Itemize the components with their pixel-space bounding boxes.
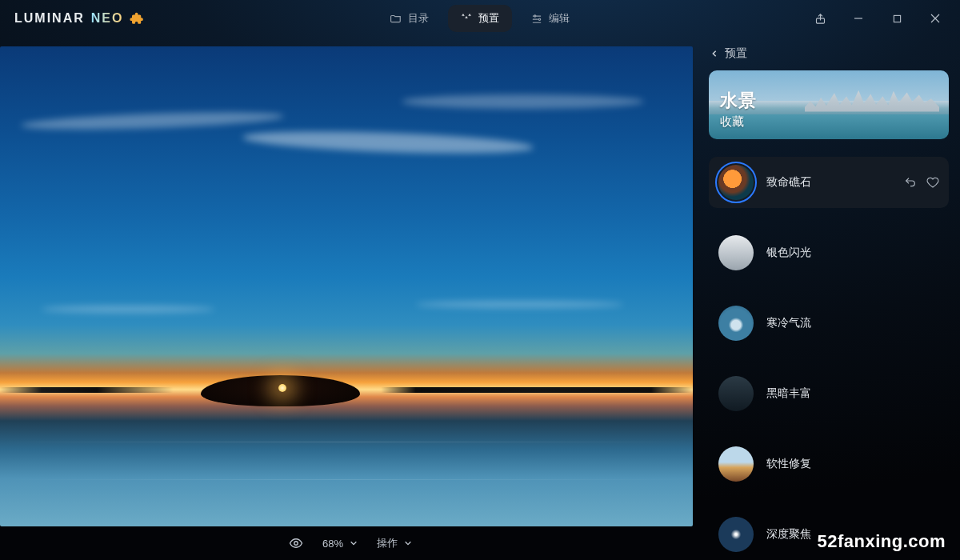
zoom-value: 68% <box>322 538 343 550</box>
actions-label: 操作 <box>377 536 398 550</box>
minimize-button[interactable] <box>840 6 877 30</box>
preset-swatch <box>718 376 754 411</box>
viewer-toolbar: 68% 操作 <box>0 526 701 560</box>
preset-swatch <box>718 306 754 341</box>
preset-item[interactable]: 寒冷气流 <box>709 298 949 349</box>
image-canvas[interactable] <box>0 46 693 526</box>
nav-presets-label: 预置 <box>478 11 499 26</box>
hero-text: 水景 收藏 <box>720 89 757 130</box>
preset-item[interactable]: 致命礁石 <box>709 157 949 208</box>
nav-edit-label: 编辑 <box>549 11 570 26</box>
category-title: 水景 <box>720 89 757 113</box>
svg-point-0 <box>538 18 540 20</box>
preset-name: 黑暗丰富 <box>766 386 939 401</box>
reset-icon[interactable] <box>904 176 917 189</box>
zoom-control[interactable]: 68% <box>322 538 358 550</box>
cloud-decor <box>42 306 215 313</box>
logo-text-sub: NEO <box>91 11 124 26</box>
preset-name: 寒冷气流 <box>766 316 939 330</box>
logo-text-main: LUMINAR <box>14 11 85 26</box>
favorite-icon[interactable] <box>926 176 939 189</box>
preset-name: 软性修复 <box>766 457 939 471</box>
edit-icon <box>531 13 542 24</box>
chevron-down-icon <box>404 539 412 547</box>
compare-toggle[interactable] <box>289 536 303 550</box>
title-bar: LUMINAR NEO 目录 预置 编辑 <box>0 0 960 37</box>
preset-swatch <box>718 446 754 482</box>
app-logo: LUMINAR NEO <box>14 11 144 26</box>
nav-presets[interactable]: 预置 <box>448 5 512 32</box>
chevron-left-icon <box>710 49 718 58</box>
preset-item[interactable]: 黑暗丰富 <box>709 368 949 419</box>
close-button[interactable] <box>917 6 954 30</box>
preset-swatch <box>718 165 754 200</box>
share-button[interactable] <box>802 6 838 30</box>
panel-back[interactable]: 预置 <box>709 40 949 70</box>
svg-point-4 <box>294 542 298 546</box>
cloud-decor <box>416 301 624 308</box>
presets-icon <box>461 13 472 24</box>
nav-catalog[interactable]: 目录 <box>378 5 442 32</box>
extensions-icon[interactable] <box>130 11 144 26</box>
category-subtitle: 收藏 <box>720 114 757 130</box>
catalog-icon <box>390 13 402 24</box>
preset-swatch <box>718 235 754 270</box>
category-hero[interactable]: 水景 收藏 <box>709 70 949 139</box>
preset-swatch <box>718 517 754 552</box>
panel-back-label: 预置 <box>725 46 747 61</box>
preset-item[interactable]: 软性修复 <box>709 438 949 490</box>
chevron-down-icon <box>350 539 358 547</box>
content-area: 68% 操作 预置 水景 收藏 致命礁石 <box>0 37 960 560</box>
preset-item[interactable]: 银色闪光 <box>709 227 949 278</box>
maximize-button[interactable] <box>878 6 915 30</box>
preset-name: 致命礁石 <box>766 175 891 190</box>
nav-edit[interactable]: 编辑 <box>518 5 582 32</box>
window-buttons <box>802 6 954 30</box>
image-viewer: 68% 操作 <box>0 37 701 560</box>
presets-panel: 预置 水景 收藏 致命礁石 银色闪光 <box>701 37 960 560</box>
water-decor <box>0 421 693 526</box>
actions-menu[interactable]: 操作 <box>377 536 412 550</box>
preset-name: 银色闪光 <box>766 246 939 260</box>
preset-actions <box>904 176 939 189</box>
svg-rect-3 <box>894 15 900 22</box>
preset-name: 深度聚焦 <box>766 527 939 542</box>
eye-icon <box>289 536 303 550</box>
nav-catalog-label: 目录 <box>408 11 429 26</box>
cloud-decor <box>402 94 644 109</box>
preset-item[interactable]: 深度聚焦 <box>709 509 949 560</box>
top-nav: 目录 预置 编辑 <box>378 5 582 32</box>
